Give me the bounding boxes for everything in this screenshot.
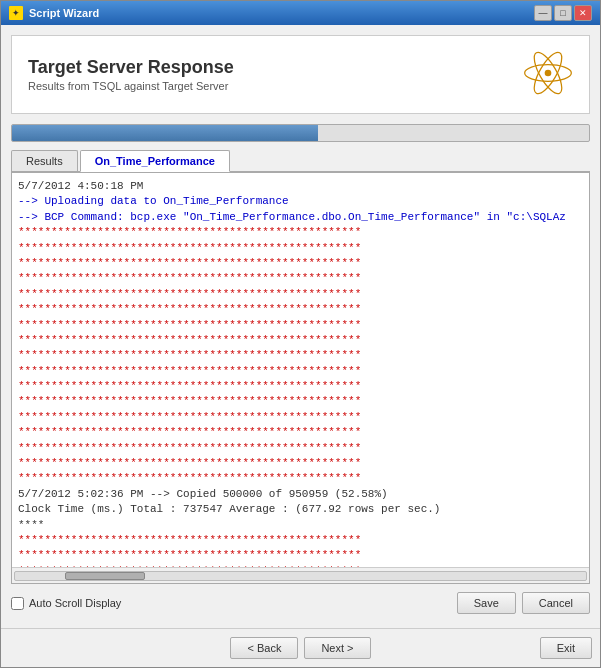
next-button[interactable]: Next > bbox=[304, 637, 370, 659]
atom-icon bbox=[523, 48, 573, 101]
horizontal-scrollbar[interactable] bbox=[12, 567, 589, 583]
log-area-wrapper: 5/7/2012 4:50:18 PM--> Uploading data to… bbox=[11, 172, 590, 584]
log-line: ****************************************… bbox=[18, 302, 583, 317]
content-area: Target Server Response Results from TSQL… bbox=[1, 25, 600, 628]
log-line: ****************************************… bbox=[18, 348, 583, 363]
autoscroll-checkbox[interactable] bbox=[11, 597, 24, 610]
progress-fill bbox=[12, 125, 318, 141]
log-line: ****************************************… bbox=[18, 318, 583, 333]
log-line: ****************************************… bbox=[18, 533, 583, 548]
exit-button[interactable]: Exit bbox=[540, 637, 592, 659]
title-bar-controls: — □ ✕ bbox=[534, 5, 592, 21]
main-window: ✦ Script Wizard — □ ✕ Target Server Resp… bbox=[0, 0, 601, 668]
nav-spacer-right: Exit bbox=[371, 637, 596, 659]
log-line: ****************************************… bbox=[18, 441, 583, 456]
log-line: Clock Time (ms.) Total : 737547 Average … bbox=[18, 502, 583, 517]
back-button[interactable]: < Back bbox=[230, 637, 298, 659]
title-bar-left: ✦ Script Wizard bbox=[9, 6, 99, 20]
page-title: Target Server Response bbox=[28, 57, 234, 78]
log-line: ****************************************… bbox=[18, 471, 583, 486]
nav-bar: < Back Next > Exit bbox=[1, 628, 600, 667]
save-button[interactable]: Save bbox=[457, 592, 516, 614]
log-line: ****************************************… bbox=[18, 410, 583, 425]
log-line: 5/7/2012 4:50:18 PM bbox=[18, 179, 583, 194]
log-line: 5/7/2012 5:02:36 PM --> Copied 500000 of… bbox=[18, 487, 583, 502]
log-line: ****************************************… bbox=[18, 271, 583, 286]
autoscroll-label[interactable]: Auto Scroll Display bbox=[11, 597, 121, 610]
nav-center-buttons: < Back Next > bbox=[230, 637, 370, 659]
log-line: ****************************************… bbox=[18, 333, 583, 348]
log-line: ****************************************… bbox=[18, 394, 583, 409]
log-line: ****************************************… bbox=[18, 379, 583, 394]
header-section: Target Server Response Results from TSQL… bbox=[11, 35, 590, 114]
cancel-button[interactable]: Cancel bbox=[522, 592, 590, 614]
log-line: ****************************************… bbox=[18, 364, 583, 379]
scrollbar-thumb[interactable] bbox=[65, 572, 145, 580]
log-line: ****************************************… bbox=[18, 256, 583, 271]
close-button[interactable]: ✕ bbox=[574, 5, 592, 21]
bottom-bar: Auto Scroll Display Save Cancel bbox=[11, 584, 590, 618]
progress-section bbox=[11, 124, 590, 142]
log-line: ****************************************… bbox=[18, 548, 583, 563]
log-line: ****************************************… bbox=[18, 225, 583, 240]
minimize-button[interactable]: — bbox=[534, 5, 552, 21]
log-area[interactable]: 5/7/2012 4:50:18 PM--> Uploading data to… bbox=[12, 173, 589, 567]
page-subtitle: Results from TSQL against Target Server bbox=[28, 80, 234, 92]
tab-results[interactable]: Results bbox=[11, 150, 78, 171]
log-line: **** bbox=[18, 518, 583, 533]
log-line: ****************************************… bbox=[18, 241, 583, 256]
action-buttons: Save Cancel bbox=[457, 592, 590, 614]
log-line: --> BCP Command: bcp.exe "On_Time_Perfor… bbox=[18, 210, 583, 225]
window-title: Script Wizard bbox=[29, 7, 99, 19]
maximize-button[interactable]: □ bbox=[554, 5, 572, 21]
scrollbar-track[interactable] bbox=[14, 571, 587, 581]
log-line: ****************************************… bbox=[18, 287, 583, 302]
svg-point-3 bbox=[545, 70, 552, 77]
tab-on-time-performance[interactable]: On_Time_Performance bbox=[80, 150, 230, 172]
app-icon: ✦ bbox=[9, 6, 23, 20]
title-bar: ✦ Script Wizard — □ ✕ bbox=[1, 1, 600, 25]
header-text: Target Server Response Results from TSQL… bbox=[28, 57, 234, 92]
log-line: ****************************************… bbox=[18, 425, 583, 440]
tabs-section: Results On_Time_Performance bbox=[11, 150, 590, 172]
autoscroll-text: Auto Scroll Display bbox=[29, 597, 121, 609]
log-line: ****************************************… bbox=[18, 456, 583, 471]
log-line: --> Uploading data to On_Time_Performanc… bbox=[18, 194, 583, 209]
progress-bar bbox=[11, 124, 590, 142]
